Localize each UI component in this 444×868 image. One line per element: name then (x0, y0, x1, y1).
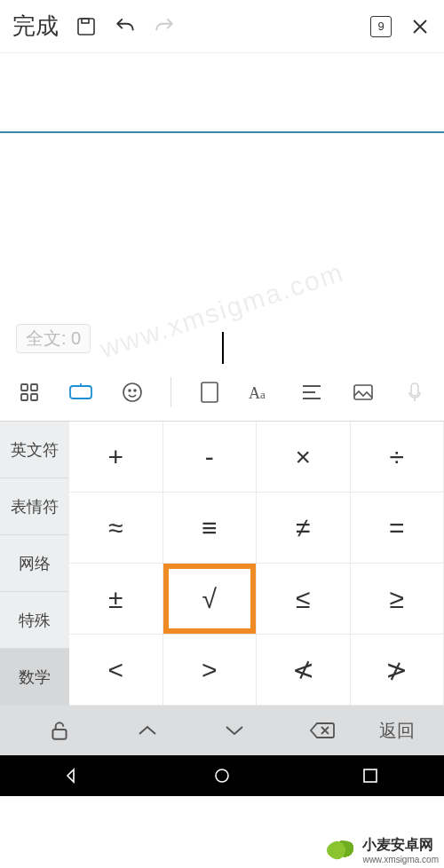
svg-point-24 (216, 769, 228, 782)
nav-recent-icon[interactable] (359, 764, 382, 787)
category-english[interactable]: 英文符 (0, 422, 69, 478)
svg-rect-1 (82, 19, 89, 23)
symbol-panel: 英文符 表情符 网络 特殊 数学 + - × ÷ ≈ ≡ ≠ = ± √ ≤ ≥… (0, 421, 444, 706)
symbol-key[interactable]: < (69, 635, 163, 706)
symbol-key-highlighted[interactable]: √ (163, 564, 258, 635)
char-count-badge: 全文: 0 (16, 324, 91, 353)
symbol-key[interactable]: > (163, 635, 258, 706)
leaf-icon (327, 840, 357, 860)
svg-rect-0 (78, 19, 94, 35)
svg-rect-15 (202, 383, 218, 402)
svg-rect-6 (70, 386, 91, 398)
svg-rect-4 (21, 394, 28, 400)
chevron-up-icon[interactable] (104, 722, 192, 738)
fullscreen-icon[interactable] (196, 379, 223, 406)
category-network[interactable]: 网络 (0, 535, 69, 592)
undo-icon[interactable] (114, 15, 137, 38)
document-area[interactable]: 全文: 0 (0, 53, 444, 364)
svg-rect-25 (364, 769, 377, 782)
symbol-key[interactable]: ≠ (257, 493, 351, 564)
page-count-button[interactable]: 9 (369, 15, 392, 38)
nav-home-icon[interactable] (210, 764, 234, 787)
return-button[interactable]: 返回 (366, 719, 428, 743)
symbol-key[interactable]: × (257, 422, 351, 493)
symbol-key[interactable]: ± (69, 564, 163, 635)
save-icon[interactable] (75, 15, 98, 38)
symbol-key[interactable]: ≤ (257, 564, 351, 635)
svg-rect-22 (411, 383, 418, 396)
category-special[interactable]: 特殊 (0, 592, 69, 649)
backspace-icon[interactable] (279, 721, 367, 740)
symbol-key[interactable]: ≯ (351, 635, 445, 706)
symbol-grid: + - × ÷ ≈ ≡ ≠ = ± √ ≤ ≥ < > ≮ ≯ (69, 422, 444, 706)
symbol-key[interactable]: + (69, 422, 163, 493)
category-math[interactable]: 数学 (0, 649, 69, 706)
svg-text:a: a (260, 388, 266, 401)
svg-point-13 (129, 390, 131, 391)
android-navbar (0, 755, 444, 796)
category-emoji[interactable]: 表情符 (0, 478, 69, 535)
symbol-key[interactable]: - (163, 422, 258, 493)
svg-point-14 (134, 390, 136, 391)
top-toolbar: 完成 9 (0, 0, 444, 53)
svg-rect-23 (53, 730, 67, 739)
symbol-key[interactable]: ≥ (351, 564, 445, 635)
brand-url: www.xmsigma.com (362, 855, 439, 864)
redo-icon (153, 15, 176, 38)
svg-text:A: A (249, 384, 260, 402)
symbol-key[interactable]: ≮ (257, 635, 351, 706)
keyboard-icon[interactable] (67, 379, 94, 406)
svg-rect-2 (21, 384, 28, 391)
align-icon[interactable] (298, 379, 325, 406)
keyboard-bottom-row: 返回 (0, 706, 444, 755)
nav-back-icon[interactable] (62, 764, 85, 787)
emoji-icon[interactable] (119, 379, 146, 406)
editor-toolbar: Aa (0, 364, 444, 421)
symbol-key[interactable]: = (351, 493, 445, 564)
symbol-key[interactable]: ≈ (69, 493, 163, 564)
font-icon[interactable]: Aa (248, 379, 274, 406)
image-icon[interactable] (350, 379, 377, 406)
category-list: 英文符 表情符 网络 特殊 数学 (0, 422, 69, 706)
brand-name: 小麦安卓网 (362, 837, 433, 852)
svg-rect-5 (31, 394, 37, 400)
apps-icon[interactable] (16, 379, 43, 406)
done-button[interactable]: 完成 (12, 11, 59, 42)
page-number: 9 (370, 16, 392, 37)
mic-icon[interactable] (401, 379, 428, 406)
text-caret (222, 332, 224, 364)
lock-icon[interactable] (16, 719, 104, 742)
symbol-key[interactable]: ≡ (163, 493, 258, 564)
symbol-key[interactable]: ÷ (351, 422, 445, 493)
close-button[interactable] (408, 15, 432, 38)
svg-point-12 (123, 383, 141, 401)
chevron-down-icon[interactable] (191, 722, 279, 738)
svg-rect-3 (31, 384, 37, 391)
brand-badge: 小麦安卓网 www.xmsigma.com (327, 836, 439, 864)
